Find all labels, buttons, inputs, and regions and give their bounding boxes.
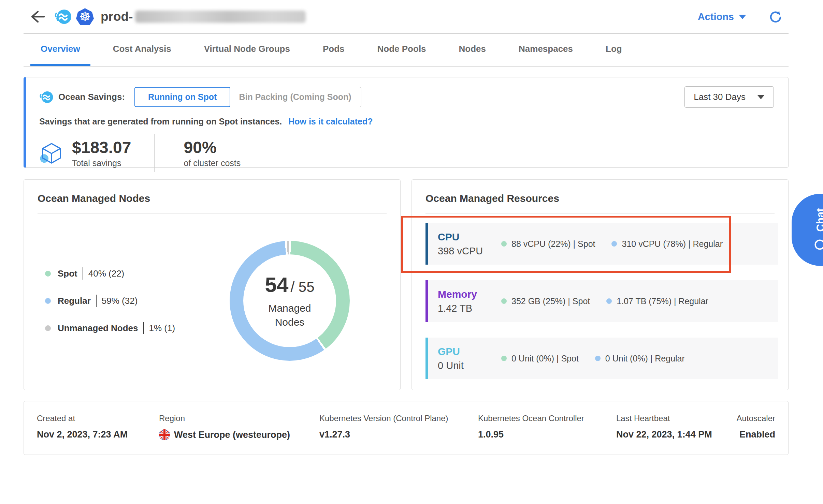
kubernetes-logo-icon: ☸: [76, 8, 94, 25]
resource-row-gpu: GPU 0 Unit 0 Unit (0%) | Spot 0 Unit (0%…: [425, 338, 778, 379]
legend-value: 1% (1): [149, 323, 175, 333]
ocean-savings-icon: [39, 90, 54, 104]
ocean-managed-nodes-card: Ocean Managed Nodes Spot 40% (22) Regula…: [24, 179, 401, 390]
ocean-savings-label: Ocean Savings:: [58, 92, 125, 102]
legend-label: Unmanaged Nodes: [58, 323, 138, 333]
cpu-accent-bar: [425, 223, 428, 265]
period-dropdown[interactable]: Last 30 Days: [684, 86, 774, 108]
unmanaged-dot-icon: [45, 325, 51, 331]
chat-bubble-icon: [813, 237, 823, 251]
resource-row-memory: Memory 1.42 TB 352 GB (25%) | Spot 1.07 …: [425, 280, 778, 322]
donut-caption: ManagedNodes: [268, 301, 311, 329]
ocean-managed-resources-card: Ocean Managed Resources CPU 398 vCPU 88 …: [411, 179, 789, 390]
spot-dot-icon: [501, 298, 507, 304]
tab-virtual-node-groups[interactable]: Virtual Node Groups: [194, 34, 300, 66]
legend-separator: [83, 267, 83, 280]
total-savings-label: Total savings: [72, 158, 131, 168]
gpu-label: GPU: [438, 346, 501, 357]
spot-dot-icon: [501, 356, 507, 361]
memory-label: Memory: [438, 288, 501, 300]
info-k8s-version: Kubernetes Version (Control Plane) v1.27…: [319, 414, 478, 440]
managed-nodes-donut: 54 / 55 ManagedNodes: [230, 241, 350, 361]
gpu-spot-stat: 0 Unit (0%) | Spot: [501, 354, 579, 364]
tab-nodes[interactable]: Nodes: [449, 34, 496, 66]
cpu-spot-stat: 88 vCPU (22%) | Spot: [501, 239, 595, 249]
gpu-accent-bar: [425, 338, 428, 379]
refresh-button[interactable]: [769, 10, 782, 24]
cluster-info-bar: Created at Nov 2, 2023, 7:23 AM Region W…: [24, 401, 789, 455]
bin-packing-button[interactable]: Bin Packing (Coming Soon): [229, 87, 361, 107]
tab-bar: Overview Cost Analysis Virtual Node Grou…: [24, 34, 789, 66]
refresh-icon: [769, 10, 782, 24]
cluster-name-redacted: [135, 11, 306, 23]
uk-flag-icon: [159, 429, 170, 440]
info-created-at: Created at Nov 2, 2023, 7:23 AM: [37, 414, 159, 440]
back-arrow-icon: [30, 9, 45, 24]
regular-dot-icon: [611, 241, 617, 247]
savings-description: Savings that are generated from running …: [39, 117, 774, 127]
info-autoscaler: Autoscaler Enabled: [737, 414, 775, 440]
chat-label: Chat: [814, 208, 823, 232]
spot-dot-icon: [45, 271, 51, 277]
chevron-down-icon: [739, 15, 746, 19]
legend-item-unmanaged: Unmanaged Nodes 1% (1): [45, 322, 175, 334]
legend-label: Spot: [58, 268, 77, 279]
nodes-legend: Spot 40% (22) Regular 59% (32) Unmanaged…: [45, 252, 175, 349]
app-header: ☸ prod- Actions: [24, 0, 789, 34]
legend-value: 40% (22): [88, 268, 125, 279]
legend-item-regular: Regular 59% (32): [45, 295, 175, 307]
page-title: prod-: [101, 10, 306, 24]
cpu-total-value: 398 vCPU: [438, 246, 501, 257]
cpu-label: CPU: [438, 231, 501, 243]
ocean-savings-banner: Ocean Savings: Running on Spot Bin Packi…: [24, 77, 789, 168]
tab-overview[interactable]: Overview: [30, 34, 90, 66]
total-nodes-count: / 55: [290, 279, 314, 295]
legend-item-spot: Spot 40% (22): [45, 267, 175, 280]
memory-regular-stat: 1.07 TB (75%) | Regular: [606, 296, 708, 306]
tab-log[interactable]: Log: [595, 34, 632, 66]
tab-cost-analysis[interactable]: Cost Analysis: [103, 34, 182, 66]
tab-pods[interactable]: Pods: [313, 34, 355, 66]
legend-separator: [96, 295, 97, 307]
cluster-cost-percent-label: of cluster costs: [184, 158, 241, 168]
card-divider: [425, 213, 775, 213]
metric-divider: [154, 134, 155, 172]
tab-namespaces[interactable]: Namespaces: [508, 34, 583, 66]
nodes-card-title: Ocean Managed Nodes: [24, 180, 400, 213]
chevron-down-icon: [757, 95, 765, 99]
period-dropdown-value: Last 30 Days: [694, 92, 746, 102]
managed-nodes-count: 54: [265, 272, 288, 297]
spot-dot-icon: [501, 241, 507, 247]
legend-label: Regular: [58, 296, 91, 306]
chat-button[interactable]: Chat: [792, 194, 823, 266]
total-savings-value: $183.07: [72, 138, 131, 157]
savings-toggle-group: Running on Spot Bin Packing (Coming Soon…: [134, 87, 361, 107]
tab-node-pools[interactable]: Node Pools: [367, 34, 436, 66]
savings-cube-icon: [39, 140, 64, 166]
memory-spot-stat: 352 GB (25%) | Spot: [501, 296, 590, 306]
resources-card-title: Ocean Managed Resources: [412, 180, 788, 213]
actions-button[interactable]: Actions: [698, 11, 746, 23]
info-region: Region West Europe (westeurope): [159, 414, 319, 440]
regular-dot-icon: [595, 356, 601, 361]
info-last-heartbeat: Last Heartbeat Nov 22, 2023, 1:44 PM: [616, 414, 737, 440]
info-ocean-controller: Kubernetes Ocean Controller 1.0.95: [478, 414, 616, 440]
resource-row-cpu: CPU 398 vCPU 88 vCPU (22%) | Spot 310 vC…: [425, 223, 778, 265]
cluster-cost-percent-value: 90%: [184, 138, 241, 157]
gpu-regular-stat: 0 Unit (0%) | Regular: [595, 354, 685, 364]
ocean-logo-icon: [54, 9, 72, 25]
back-button[interactable]: [30, 9, 46, 25]
gpu-total-value: 0 Unit: [438, 360, 501, 371]
memory-accent-bar: [425, 280, 428, 322]
cpu-regular-stat: 310 vCPU (78%) | Regular: [611, 239, 723, 249]
regular-dot-icon: [606, 298, 612, 304]
running-on-spot-button[interactable]: Running on Spot: [134, 87, 230, 107]
legend-value: 59% (32): [102, 296, 138, 306]
memory-total-value: 1.42 TB: [438, 303, 501, 314]
regular-dot-icon: [45, 298, 51, 304]
legend-separator: [143, 322, 144, 334]
how-calculated-link[interactable]: How is it calculated?: [288, 117, 373, 126]
